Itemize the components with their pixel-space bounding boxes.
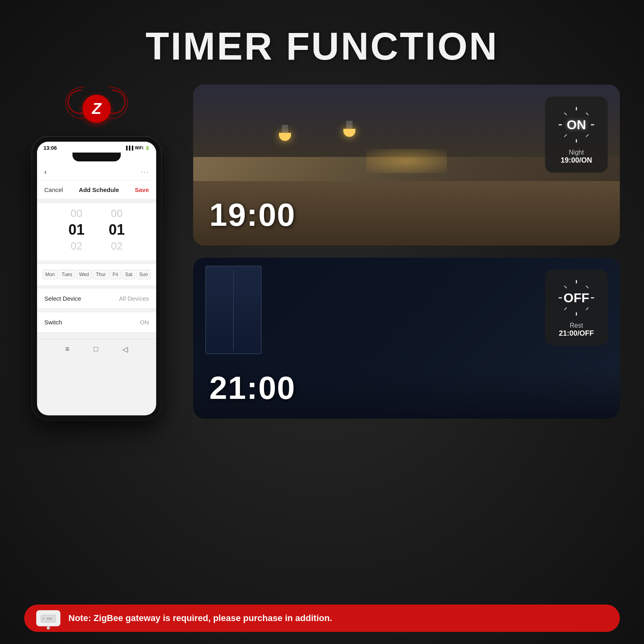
svg-rect-18 (47, 617, 52, 620)
page-title: TIMER FUNCTION (0, 0, 644, 85)
kitchen-lamp-1 (282, 125, 288, 141)
days-row: Mon Tues Wed Thur Fri Sat Sun (37, 264, 156, 285)
note-banner: Note: ZigBee gateway is required, please… (24, 605, 620, 632)
off-schedule-time: 21:00/OFF (556, 329, 597, 338)
off-dial-svg (556, 278, 597, 318)
switch-row[interactable]: Switch ON (37, 312, 156, 332)
back-nav-icon[interactable]: ◁ (122, 345, 128, 354)
phone-device: 13:06 ▐▐▐ WiFi 🔋 ‹ ··· (32, 137, 161, 420)
switch-value: ON (140, 319, 149, 326)
signal-icon: ▐▐▐ (125, 146, 133, 150)
dark-room-card: 21:00 OFF Rest (193, 258, 620, 419)
day-tues[interactable]: Tues (59, 270, 75, 279)
back-button[interactable]: ‹ (44, 168, 47, 176)
phone-nav-header: ‹ ··· (37, 164, 156, 181)
time-columns: 00 01 02 00 01 02 (37, 207, 156, 252)
status-time: 13:06 (43, 145, 57, 151)
schedule-header: Cancel Add Schedule Save (37, 181, 156, 199)
day-thur[interactable]: Thur (93, 270, 109, 279)
select-device-value: All Devices (119, 295, 149, 302)
hour-main: 01 (68, 221, 85, 238)
switch-label: Switch (44, 319, 62, 326)
status-icons: ▐▐▐ WiFi 🔋 (125, 146, 150, 150)
day-fri[interactable]: Fri (110, 270, 121, 279)
day-sun[interactable]: Sun (136, 270, 151, 279)
off-status-widget: OFF Rest 21:00/OFF (545, 270, 608, 346)
svg-line-13 (586, 286, 588, 288)
day-wed[interactable]: Wed (76, 270, 91, 279)
kitchen-lamp-2 (346, 121, 353, 137)
phone-status-bar: 13:06 ▐▐▐ WiFi 🔋 (37, 142, 156, 153)
right-section: 19:00 ON (193, 85, 620, 419)
more-button[interactable]: ··· (141, 169, 149, 176)
kitchen-card: 19:00 ON (193, 85, 620, 246)
on-status-widget: ON Night 19:00/ON (545, 97, 608, 173)
content-area: Z 13:06 ▐▐▐ WiFi 🔋 (0, 85, 644, 420)
hour-bot: 02 (71, 240, 83, 252)
left-section: Z 13:06 ▐▐▐ WiFi 🔋 (24, 85, 169, 420)
on-schedule-name: Night (556, 149, 597, 156)
svg-point-17 (43, 618, 44, 619)
save-button[interactable]: Save (135, 186, 149, 193)
svg-line-15 (586, 308, 588, 310)
off-dial: OFF (556, 278, 597, 318)
svg-line-14 (564, 308, 567, 310)
menu-icon[interactable]: ≡ (65, 345, 70, 354)
minute-bot: 02 (111, 240, 123, 252)
zigbee-logo: Z (83, 95, 111, 123)
schedule-title: Add Schedule (79, 186, 119, 193)
kitchen-light-glow (366, 149, 447, 173)
select-device-label: Select Device (44, 295, 81, 302)
svg-line-5 (586, 113, 588, 115)
hour-column[interactable]: 00 01 02 (68, 207, 85, 252)
svg-line-12 (564, 286, 567, 288)
home-icon[interactable]: □ (94, 345, 98, 354)
cancel-button[interactable]: Cancel (44, 186, 63, 193)
svg-line-4 (564, 113, 567, 115)
dial-svg (556, 105, 597, 145)
room-window (205, 266, 262, 354)
wifi-icon: WiFi (135, 146, 143, 150)
minute-top: 00 (111, 207, 123, 220)
minute-column[interactable]: 00 01 02 (109, 207, 125, 252)
day-sat[interactable]: Sat (122, 270, 135, 279)
day-mon[interactable]: Mon (43, 270, 58, 279)
on-dial: ON (556, 105, 597, 145)
zigbee-z-letter: Z (92, 100, 101, 118)
battery-icon: 🔋 (145, 146, 150, 150)
phone-screen: 13:06 ▐▐▐ WiFi 🔋 ‹ ··· (37, 142, 156, 415)
notch-shape (72, 153, 121, 161)
hour-top: 00 (71, 207, 83, 220)
gateway-svg (40, 613, 56, 623)
svg-line-7 (586, 134, 588, 137)
minute-main: 01 (109, 221, 125, 238)
phone-notch (37, 153, 156, 164)
zigbee-icon: Z (64, 85, 129, 133)
kitchen-time: 19:00 (209, 196, 296, 233)
select-device-row[interactable]: Select Device All Devices (37, 288, 156, 309)
dark-room-time: 21:00 (209, 369, 296, 407)
phone-bottom-nav: ≡ □ ◁ (37, 339, 156, 359)
on-schedule-time: 19:00/ON (556, 156, 597, 165)
time-picker: 00 01 02 00 01 02 (37, 203, 156, 260)
svg-line-6 (564, 134, 567, 137)
gateway-icon (36, 610, 60, 626)
note-text: Note: ZigBee gateway is required, please… (68, 613, 332, 623)
off-schedule-name: Rest (556, 322, 597, 329)
